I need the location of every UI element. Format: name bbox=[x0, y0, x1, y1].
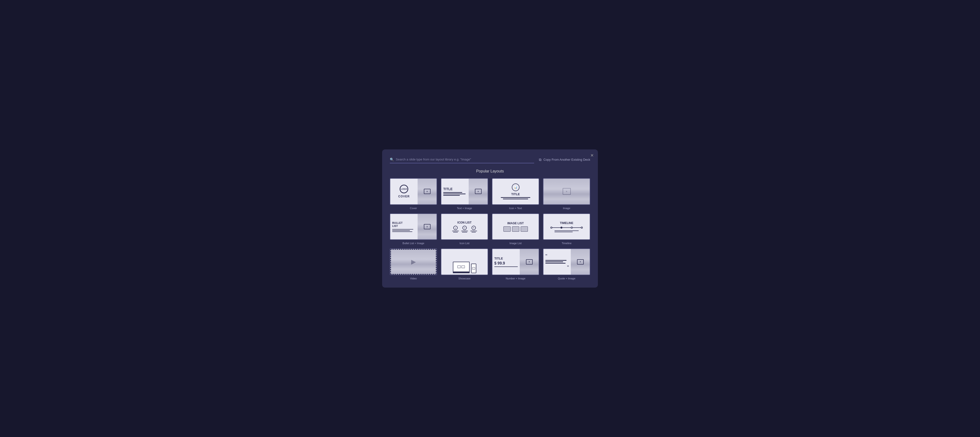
section-title: Popular Layouts bbox=[390, 169, 590, 174]
copy-from-deck-button[interactable]: ⧉ Copy From Another Existing Deck bbox=[539, 158, 590, 162]
search-row: 🔍 ⧉ Copy From Another Existing Deck bbox=[390, 156, 590, 163]
phone-icon: + bbox=[471, 263, 476, 273]
image-placeholder-5 bbox=[577, 259, 584, 265]
image-placeholder-2 bbox=[475, 189, 482, 194]
layout-thumb-quote-image: " " bbox=[543, 249, 590, 275]
layout-label-timeline: Timeline bbox=[562, 242, 571, 245]
modal-overlay: × 🔍 ⧉ Copy From Another Existing Deck Po… bbox=[0, 0, 980, 437]
play-icon: ▶ bbox=[411, 258, 416, 265]
layout-item-bullet-list[interactable]: BULLETLIST Bullet List bbox=[390, 214, 437, 245]
layout-label-number-image: Number + Image bbox=[506, 277, 525, 280]
layout-thumb-number-image: TITLE $ 99.9 bbox=[492, 249, 539, 275]
layout-label-icon-text: Icon + Text bbox=[509, 207, 522, 210]
layout-label-bullet-list: Bullet List + Image bbox=[402, 242, 424, 245]
layout-thumb-bullet-list: BULLETLIST bbox=[390, 214, 437, 240]
search-input[interactable] bbox=[396, 158, 534, 161]
layout-picker-modal: × 🔍 ⧉ Copy From Another Existing Deck Po… bbox=[382, 150, 598, 287]
layouts-grid: LOGO COVER Cover TIT bbox=[390, 178, 590, 280]
layout-label-image: Image bbox=[563, 207, 570, 210]
close-button[interactable]: × bbox=[590, 153, 593, 158]
layout-label-cover: Cover bbox=[410, 207, 417, 210]
layout-thumb-icon-text: 📊 TITLE bbox=[492, 178, 539, 205]
layout-thumb-timeline: TIMELINE bbox=[543, 214, 590, 240]
layout-item-timeline[interactable]: TIMELINE bbox=[543, 214, 590, 245]
layout-item-image-list[interactable]: IMAGE LIST Image List bbox=[492, 214, 539, 245]
layout-item-quote-image[interactable]: " " Quot bbox=[543, 249, 590, 280]
logo-circle: LOGO bbox=[399, 185, 408, 193]
layout-item-icon-text[interactable]: 📊 TITLE Icon + Text bbox=[492, 178, 539, 210]
search-box: 🔍 bbox=[390, 156, 534, 163]
image-placeholder-4 bbox=[526, 259, 533, 265]
layout-item-text-image[interactable]: TITLE Text + Image bbox=[441, 178, 488, 210]
layout-item-video[interactable]: ▶ Video bbox=[390, 249, 437, 280]
layout-label-icon-list: Icon List bbox=[460, 242, 469, 245]
layout-thumb-video: ▶ bbox=[390, 249, 437, 275]
layout-thumb-icon-list: ICON LIST ● ◎ bbox=[441, 214, 488, 240]
layout-label-showcase: Showcase bbox=[458, 277, 471, 280]
icon-circle: 📊 bbox=[512, 183, 520, 191]
copy-icon: ⧉ bbox=[539, 158, 541, 162]
layout-thumb-cover: LOGO COVER bbox=[390, 178, 437, 205]
image-placeholder bbox=[424, 189, 431, 194]
search-icon: 🔍 bbox=[390, 158, 394, 161]
layout-item-cover[interactable]: LOGO COVER Cover bbox=[390, 178, 437, 210]
layout-label-text-image: Text + Image bbox=[457, 207, 472, 210]
image-placeholder-3 bbox=[424, 224, 431, 229]
layout-thumb-image-list: IMAGE LIST bbox=[492, 214, 539, 240]
img-placeholder-center bbox=[563, 188, 571, 195]
laptop-icon: + + bbox=[453, 262, 469, 273]
layout-label-quote-image: Quote + Image bbox=[558, 277, 575, 280]
layout-item-icon-list[interactable]: ICON LIST ● ◎ bbox=[441, 214, 488, 245]
layout-label-image-list: Image List bbox=[509, 242, 522, 245]
layout-thumb-text-image: TITLE bbox=[441, 178, 488, 205]
layout-item-showcase[interactable]: + + + Showcase bbox=[441, 249, 488, 280]
layout-item-number-image[interactable]: TITLE $ 99.9 Number + Image bbox=[492, 249, 539, 280]
layout-label-video: Video bbox=[410, 277, 417, 280]
layout-item-image[interactable]: Image bbox=[543, 178, 590, 210]
layout-thumb-image bbox=[543, 178, 590, 205]
layout-thumb-showcase: + + + bbox=[441, 249, 488, 275]
